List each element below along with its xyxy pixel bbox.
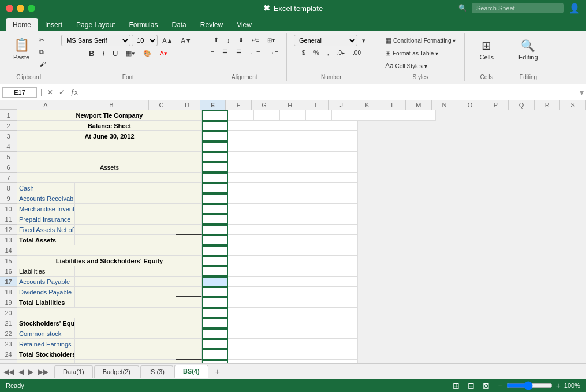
paste-button[interactable]: 📋 Paste [8,35,35,69]
align-top-button[interactable]: ⬆ [210,35,222,46]
align-center-button[interactable]: ☰ [219,47,232,58]
row-header-18[interactable]: 18 [0,287,17,297]
cell-a7[interactable] [17,173,202,183]
zoom-out-button[interactable]: − [497,380,503,391]
row-header-2[interactable]: 2 [0,121,17,131]
cell-b16[interactable] [75,266,202,277]
cell-e10[interactable] [202,204,228,214]
cell-i1[interactable] [306,110,332,121]
cell-e15[interactable] [202,256,228,266]
col-header-b[interactable]: B [74,100,149,110]
cell-rest5[interactable] [228,152,358,162]
last-sheet-arrow[interactable]: ▶▶ [37,367,50,377]
increase-font-button[interactable]: A▲ [159,35,176,46]
cell-a19[interactable]: Total Liabilities [17,297,75,308]
cell-a14[interactable] [17,245,202,256]
cell-rest6[interactable] [228,162,358,173]
cell-e7[interactable] [202,173,228,183]
cell-a2[interactable]: Balance Sheet [17,121,202,131]
row-header-12[interactable]: 12 [0,225,17,235]
cell-e6[interactable] [202,162,228,173]
cell-rest4[interactable] [228,141,358,152]
cell-e20[interactable] [202,308,228,318]
cell-e2[interactable] [202,121,228,131]
comma-button[interactable]: , [324,47,333,58]
cell-a20[interactable] [17,308,202,318]
increase-decimal-button[interactable]: .00 [349,48,364,58]
first-sheet-arrow[interactable]: ◀◀ [2,367,15,377]
cell-rest20[interactable] [228,308,358,318]
cell-e9[interactable] [202,193,228,204]
cell-e3[interactable] [202,131,228,141]
fill-color-button[interactable]: 🎨 [140,48,155,59]
cell-b17[interactable] [75,277,202,287]
sheet-tab-data[interactable]: Data(1) [54,365,93,378]
cell-a12[interactable]: Fixed Assets Net of Depreciation [17,225,75,235]
merge-button[interactable]: ⊞▾ [264,35,278,45]
col-header-g[interactable]: G [252,100,278,110]
row-header-19[interactable]: 19 [0,297,17,308]
cell-rest11[interactable] [228,214,358,225]
cell-rest13[interactable] [228,235,358,245]
cell-styles-button[interactable]: Aa Cell Styles ▾ [381,60,460,72]
cell-g1[interactable] [254,110,280,121]
cell-rest22[interactable] [228,328,358,339]
tab-formulas[interactable]: Formulas [122,18,165,31]
col-header-o[interactable]: O [457,100,483,110]
col-header-a[interactable]: A [17,100,74,110]
cell-a24[interactable]: Total Stockholders' Equity [17,349,75,360]
row-header-13[interactable]: 13 [0,235,17,245]
cell-rest15[interactable] [228,256,358,266]
cell-e21[interactable] [202,318,228,328]
cell-e4[interactable] [202,141,228,152]
align-middle-button[interactable]: ↕ [223,35,234,46]
cell-e16[interactable] [202,266,228,277]
cell-a21[interactable]: Stockholders' Equity [17,318,75,328]
insert-function-icon[interactable]: ƒx [69,88,80,96]
row-header-1[interactable]: 1 [0,110,17,121]
cell-reference-input[interactable] [2,87,37,98]
cell-a22[interactable]: Common stock [17,328,75,339]
next-sheet-arrow[interactable]: ▶ [27,367,35,377]
cell-a17[interactable]: Accounts Payable [17,277,75,287]
row-header-23[interactable]: 23 [0,339,17,349]
col-header-q[interactable]: Q [509,100,535,110]
col-header-h[interactable]: H [277,100,303,110]
add-sheet-button[interactable]: + [210,365,226,379]
sheet-tab-budget[interactable]: Budget(2) [94,365,139,378]
col-header-r[interactable]: R [535,100,561,110]
cell-rest14[interactable] [228,245,358,256]
cell-e24[interactable] [202,349,228,360]
cell-e18[interactable] [202,287,228,297]
cell-h1[interactable] [280,110,306,121]
page-break-view-button[interactable]: ⊠ [482,380,491,391]
cell-b19[interactable] [75,297,202,308]
cell-a3[interactable]: At June 30, 2012 [17,131,202,141]
row-header-7[interactable]: 7 [0,173,17,183]
cell-d13[interactable] [176,235,202,245]
cell-b21[interactable] [75,318,202,328]
row-header-9[interactable]: 9 [0,193,17,204]
conditional-formatting-button[interactable]: ▦ Conditional Formatting ▾ [381,35,460,46]
cell-e11[interactable] [202,214,228,225]
tab-home[interactable]: Home [6,18,38,31]
col-header-p[interactable]: P [483,100,509,110]
cell-rest3[interactable] [228,131,358,141]
cell-rest16[interactable] [228,266,358,277]
decrease-font-button[interactable]: A▼ [177,35,195,46]
align-left-button[interactable]: ≡ [207,47,218,58]
cell-rest8[interactable] [228,183,358,193]
page-layout-view-button[interactable]: ⊟ [466,380,476,391]
cell-a4[interactable] [17,141,202,152]
col-header-i[interactable]: I [303,100,329,110]
cell-rest21[interactable] [228,318,358,328]
cell-c18[interactable] [150,287,176,297]
cut-button[interactable]: ✂ [36,35,49,46]
indent-increase-button[interactable]: →≡ [264,47,281,58]
cell-d24[interactable] [176,349,202,360]
row-header-3[interactable]: 3 [0,131,17,141]
cell-c12[interactable] [150,225,176,235]
cell-a18[interactable]: Dividends Payable [17,287,75,297]
minimize-button[interactable] [17,5,24,12]
formula-input[interactable] [82,87,577,98]
